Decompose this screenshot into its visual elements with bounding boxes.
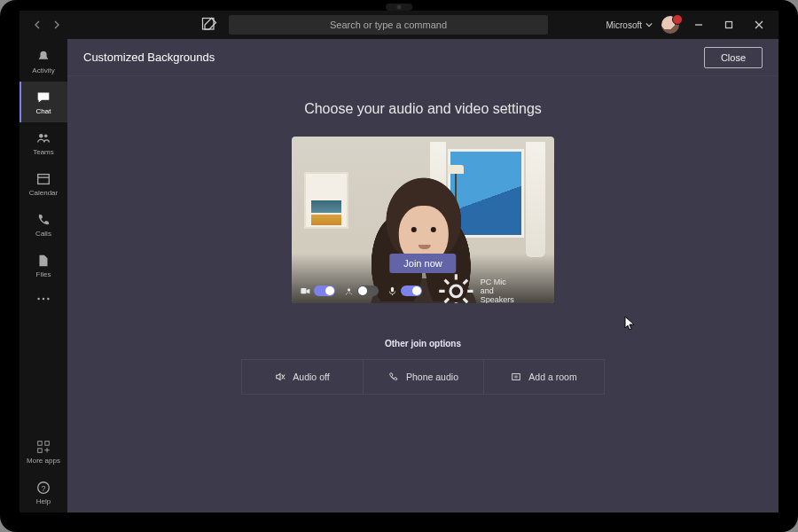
gear-icon bbox=[436, 271, 476, 303]
prejoin-heading: Choose your audio and video settings bbox=[304, 101, 542, 117]
room-icon bbox=[511, 372, 521, 382]
svg-rect-17 bbox=[512, 374, 520, 380]
org-switcher[interactable]: Microsoft bbox=[606, 20, 653, 30]
bell-icon bbox=[35, 49, 51, 65]
option-label: Phone audio bbox=[406, 372, 458, 382]
mic-toggle[interactable] bbox=[387, 286, 422, 296]
speaker-off-icon bbox=[275, 372, 286, 382]
option-label: Add a room bbox=[528, 372, 576, 382]
chat-icon bbox=[35, 90, 51, 106]
minimize-icon bbox=[694, 20, 703, 29]
new-chat-button[interactable] bbox=[200, 16, 218, 34]
panel-title: Customized Backgrounds bbox=[83, 51, 215, 64]
app-window: Search or type a command Microsoft Activ… bbox=[20, 11, 778, 512]
sidebar-item-label: More apps bbox=[27, 457, 60, 465]
sidebar-item-calls[interactable]: Calls bbox=[20, 204, 67, 245]
svg-rect-13 bbox=[301, 288, 306, 293]
apps-icon bbox=[35, 439, 51, 455]
preview-prop-curtain bbox=[526, 142, 545, 257]
history-nav bbox=[25, 16, 66, 34]
svg-text:?: ? bbox=[41, 483, 45, 492]
preview-controls: PC Mic and Speakers bbox=[292, 278, 554, 303]
window-close-button[interactable] bbox=[748, 16, 770, 34]
chevron-left-icon bbox=[33, 20, 42, 29]
sidebar-item-chat[interactable]: Chat bbox=[20, 82, 67, 122]
toggle-switch bbox=[401, 286, 422, 296]
mic-icon bbox=[387, 286, 397, 296]
option-phone-audio[interactable]: Phone audio bbox=[363, 360, 483, 394]
svg-point-16 bbox=[450, 286, 462, 297]
chevron-down-icon bbox=[645, 21, 653, 28]
profile-avatar[interactable] bbox=[661, 16, 679, 34]
main-panel: Customized Backgrounds Close Choose your… bbox=[67, 39, 778, 512]
compose-icon bbox=[200, 16, 218, 34]
svg-point-14 bbox=[348, 288, 350, 291]
toggle-switch bbox=[314, 286, 335, 296]
svg-point-7 bbox=[47, 298, 50, 301]
svg-rect-1 bbox=[726, 22, 732, 28]
search-input[interactable]: Search or type a command bbox=[229, 15, 548, 35]
help-icon: ? bbox=[35, 480, 51, 496]
sidebar-item-label: Calls bbox=[35, 230, 51, 238]
svg-rect-4 bbox=[38, 174, 50, 184]
search-placeholder: Search or type a command bbox=[330, 20, 447, 30]
device-label: PC Mic and Speakers bbox=[481, 278, 518, 303]
device-camera bbox=[386, 4, 412, 11]
sidebar-item-label: Chat bbox=[36, 107, 51, 115]
other-options-heading: Other join options bbox=[385, 339, 461, 348]
sidebar-item-files[interactable]: Files bbox=[20, 245, 67, 286]
sidebar-item-label: Help bbox=[36, 497, 51, 505]
sidebar-item-label: Activity bbox=[32, 66, 54, 74]
prejoin-content: Choose your audio and video settings bbox=[67, 76, 778, 512]
preview-prop-painting bbox=[304, 172, 348, 229]
sidebar-item-label: Files bbox=[36, 270, 51, 278]
phone-icon bbox=[35, 212, 51, 228]
background-blur-toggle[interactable] bbox=[344, 286, 379, 296]
sidebar-item-teams[interactable]: Teams bbox=[20, 122, 67, 163]
app-rail: Activity Chat Teams Calendar Calls bbox=[20, 39, 67, 512]
video-preview: Join now bbox=[292, 137, 554, 303]
svg-rect-10 bbox=[38, 448, 43, 452]
svg-point-3 bbox=[44, 134, 48, 137]
panel-header: Customized Backgrounds Close bbox=[67, 39, 778, 76]
video-icon bbox=[301, 286, 310, 296]
back-button[interactable] bbox=[28, 16, 46, 34]
maximize-button[interactable] bbox=[718, 16, 739, 34]
sidebar-item-label: Teams bbox=[33, 148, 54, 156]
chevron-right-icon bbox=[52, 20, 61, 29]
device-frame: Search or type a command Microsoft Activ… bbox=[0, 0, 798, 532]
option-add-room[interactable]: Add a room bbox=[483, 360, 604, 394]
svg-rect-15 bbox=[391, 286, 394, 292]
calendar-icon bbox=[35, 171, 51, 187]
blur-icon bbox=[344, 286, 354, 296]
svg-point-2 bbox=[39, 134, 43, 138]
sidebar-item-help[interactable]: ? Help bbox=[20, 472, 67, 512]
maximize-icon bbox=[724, 20, 733, 29]
org-label: Microsoft bbox=[606, 20, 642, 30]
option-audio-off[interactable]: Audio off bbox=[242, 360, 363, 394]
sidebar-item-activity[interactable]: Activity bbox=[20, 41, 67, 82]
sidebar-item-label: Calendar bbox=[29, 189, 58, 197]
phone-icon bbox=[388, 372, 399, 382]
toggle-switch bbox=[357, 286, 379, 296]
option-label: Audio off bbox=[293, 372, 329, 382]
other-options-row: Audio off Phone audio Add a room bbox=[241, 359, 605, 395]
teams-icon bbox=[35, 130, 51, 146]
sidebar-item-calendar[interactable]: Calendar bbox=[20, 163, 67, 204]
svg-rect-8 bbox=[38, 441, 43, 445]
file-icon bbox=[35, 253, 51, 269]
minimize-button[interactable] bbox=[688, 16, 709, 34]
device-settings-button[interactable]: PC Mic and Speakers bbox=[436, 271, 518, 303]
close-icon bbox=[755, 20, 763, 29]
ellipsis-icon bbox=[35, 291, 51, 307]
sidebar-more[interactable] bbox=[20, 286, 67, 312]
svg-point-6 bbox=[43, 298, 45, 301]
panel-close-button[interactable]: Close bbox=[704, 47, 763, 68]
titlebar: Search or type a command Microsoft bbox=[20, 11, 778, 39]
svg-point-5 bbox=[37, 298, 40, 301]
forward-button[interactable] bbox=[48, 16, 66, 34]
sidebar-item-more-apps[interactable]: More apps bbox=[20, 431, 67, 472]
camera-toggle[interactable] bbox=[301, 286, 335, 296]
svg-rect-9 bbox=[45, 441, 50, 445]
